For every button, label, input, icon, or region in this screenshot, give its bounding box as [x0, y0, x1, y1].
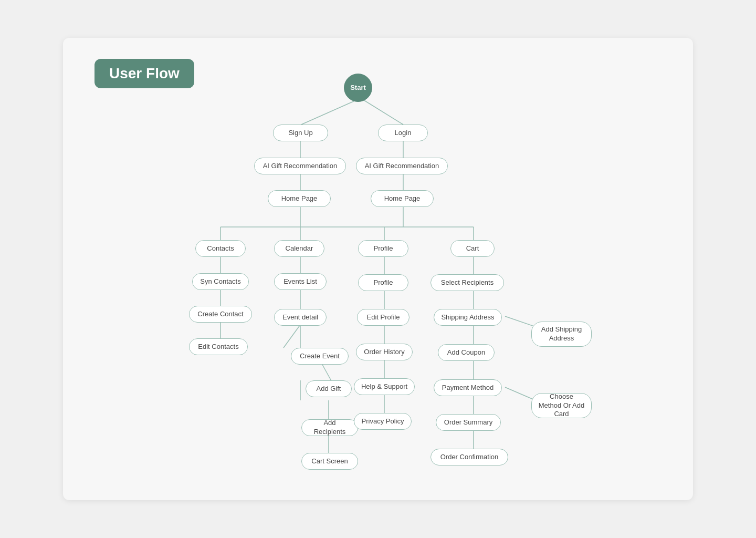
node-order-summary: Order Summary: [436, 414, 501, 431]
node-shipping-address: Shipping Address: [434, 309, 502, 326]
node-home-2: Home Page: [371, 190, 434, 207]
node-login: Login: [378, 125, 428, 141]
node-order-history: Order History: [356, 344, 413, 360]
node-add-coupon: Add Coupon: [438, 344, 495, 361]
node-create-event: Create Event: [291, 348, 349, 365]
node-add-shipping-address: Add Shipping Address: [531, 322, 592, 347]
node-ai-gift-1: AI Gift Recommendation: [254, 158, 346, 174]
node-events-list: Events List: [274, 273, 327, 290]
node-cart-screen: Cart Screen: [301, 453, 358, 470]
node-contacts: Contacts: [195, 240, 246, 257]
canvas: User Flow: [63, 38, 693, 500]
node-choose-method: Choose Method Or Add Card: [531, 393, 592, 418]
node-payment-method: Payment Method: [434, 379, 502, 396]
node-home-1: Home Page: [268, 190, 331, 207]
svg-line-0: [301, 100, 357, 125]
node-edit-contacts: Edit Contacts: [189, 338, 248, 355]
svg-line-36: [505, 387, 536, 400]
svg-line-1: [363, 100, 403, 125]
node-cart: Cart: [450, 240, 495, 257]
title-badge: User Flow: [94, 59, 194, 88]
svg-line-35: [505, 316, 536, 327]
node-profile-main: Profile: [358, 240, 408, 257]
node-order-confirmation: Order Confirmation: [430, 449, 508, 465]
node-edit-profile: Edit Profile: [357, 309, 410, 326]
node-calendar: Calendar: [274, 240, 324, 257]
flow-diagram: [63, 38, 693, 500]
node-profile-sub: Profile: [358, 274, 408, 291]
node-signup: Sign Up: [273, 125, 328, 141]
node-select-recipients: Select Recipients: [430, 274, 504, 291]
node-add-recipients: Add Recipients: [301, 419, 358, 436]
node-event-detail: Event detail: [274, 309, 327, 326]
node-create-contact: Create Contact: [189, 306, 252, 323]
node-help-support: Help & Support: [354, 378, 415, 395]
node-ai-gift-2: AI Gift Recommendation: [356, 158, 448, 174]
node-syn-contacts: Syn Contacts: [192, 273, 249, 290]
node-add-gift: Add Gift: [306, 380, 352, 397]
node-start: Start: [344, 74, 372, 102]
node-privacy-policy: Privacy Policy: [354, 413, 412, 430]
svg-line-37: [284, 325, 300, 348]
